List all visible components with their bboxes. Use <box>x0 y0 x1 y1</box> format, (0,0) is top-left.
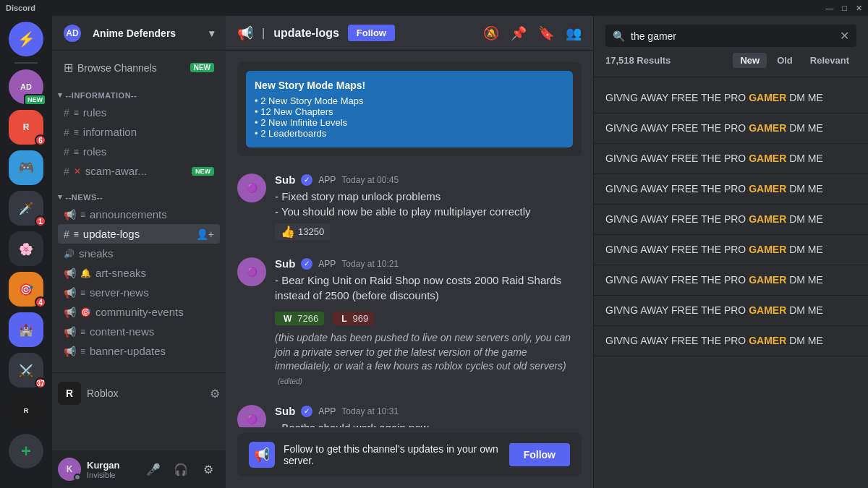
settings-button[interactable]: ⚙ <box>197 458 220 481</box>
bell-slash-icon[interactable]: 🔕 <box>483 25 499 41</box>
channel-update-logs[interactable]: # ≡ update-logs 👤+ <box>58 224 220 244</box>
server-icon-2[interactable]: R 6 <box>9 110 43 145</box>
search-result-item[interactable]: GIVNG AWAY FREE THE PRO GAMER DM ME <box>594 265 868 296</box>
channel-roles[interactable]: # ≡ roles <box>58 142 220 161</box>
message-note: (this update has been pushed to live on … <box>275 331 582 388</box>
add-server-button[interactable]: + <box>9 434 43 468</box>
reactions-row: W 7266 L 969 <box>275 307 582 325</box>
settings-icon[interactable]: ⚙ <box>210 387 220 401</box>
discord-home-button[interactable]: ⚡ <box>9 22 43 56</box>
browse-channels-button[interactable]: ⊞ Browse Channels NEW <box>58 56 220 79</box>
maximize-button[interactable]: □ <box>842 4 847 13</box>
follow-banner-button[interactable]: Follow <box>509 443 570 466</box>
channel-scam-awareness[interactable]: # ✕ scam-awar... NEW <box>58 161 220 181</box>
search-header: 🔍 ✕ 17,518 Results New Old Relevant <box>594 16 868 77</box>
server-icon-1[interactable]: AD NEW <box>9 69 43 104</box>
message-body: - Bear King Unit on Raid Shop now costs … <box>275 273 582 303</box>
channel-item-label: scam-awar... <box>85 165 147 177</box>
roblox-icon: R <box>58 382 81 405</box>
server-icon-roblox[interactable]: R <box>9 393 43 428</box>
bot-tag: APP <box>318 406 336 416</box>
search-result-item[interactable]: GIVNG AWAY FREE THE PRO GAMER DM ME <box>594 174 868 205</box>
channel-sneaks[interactable]: 🔊 sneaks <box>58 244 220 263</box>
server-icon-7[interactable]: 🏰 <box>9 312 43 347</box>
message-header: Sub ✓ APP Today at 00:45 <box>275 174 582 186</box>
channel-list-icon: ≡ <box>74 127 79 137</box>
channel-list-icon: ≡ <box>74 147 79 157</box>
search-result-item[interactable]: GIVNG AWAY FREE THE PRO GAMER DM ME <box>594 296 868 326</box>
user-status: Invisible <box>87 471 136 479</box>
server-icon-8[interactable]: ⚔️ 37 <box>9 353 43 388</box>
search-clear-button[interactable]: ✕ <box>840 29 849 43</box>
message-content: Sub ✓ APP Today at 10:21 - Bear King Uni… <box>275 257 582 388</box>
mute-button[interactable]: 🎤 <box>142 458 165 481</box>
server-divider <box>14 62 38 64</box>
category-label: --INFORMATION-- <box>66 91 137 100</box>
search-result-item[interactable]: GIVNG AWAY FREE THE PRO GAMER DM ME <box>594 144 868 174</box>
channel-list-icon: ≡ <box>80 210 85 220</box>
follow-banner: 📢 Follow to get this channel's updates i… <box>237 433 582 476</box>
reactions-row: 👍 13250 <box>275 219 582 240</box>
channel-rules[interactable]: # ≡ rules <box>58 103 220 122</box>
message-timestamp: Today at 00:45 <box>341 175 399 185</box>
megaphone-icon: 📢 <box>64 346 76 357</box>
server-header[interactable]: AD Anime Defenders ▾ <box>52 16 226 51</box>
filter-new-button[interactable]: New <box>733 53 767 68</box>
message-avatar: 🟣 <box>237 405 266 427</box>
search-result-item[interactable]: GIVNG AWAY FREE THE PRO GAMER DM ME <box>594 114 868 144</box>
channel-server-news[interactable]: 📢 ≡ server-news <box>58 283 220 302</box>
channel-item-label: information <box>83 126 137 138</box>
search-result-item[interactable]: GIVNG AWAY FREE THE PRO GAMER DM ME <box>594 326 868 356</box>
message-timestamp: Today at 10:31 <box>341 406 399 416</box>
user-avatar: K <box>58 458 81 481</box>
highlight-gamer: GAMER <box>749 274 786 286</box>
deafen-button[interactable]: 🎧 <box>169 458 192 481</box>
window-controls[interactable]: — □ ✕ <box>825 4 862 13</box>
hash-icon: # <box>64 107 69 119</box>
channel-item-label: rules <box>83 106 107 119</box>
channel-list: ⊞ Browse Channels NEW ▾ --INFORMATION-- … <box>52 51 226 450</box>
channel-list-icon: ≡ <box>74 229 79 239</box>
pin-icon[interactable]: 📌 <box>511 25 527 41</box>
roblox-item[interactable]: R Roblox ⚙ <box>58 379 220 408</box>
members-icon[interactable]: 👥 <box>566 25 582 41</box>
search-input[interactable] <box>631 30 834 42</box>
thumbsup-reaction[interactable]: 👍 13250 <box>275 223 330 240</box>
bookmark-icon[interactable]: 🔖 <box>538 25 554 41</box>
channel-item-label: announcements <box>90 208 167 221</box>
minimize-button[interactable]: — <box>825 4 833 13</box>
search-result-item[interactable]: GIVNG AWAY FREE THE PRO GAMER DM ME <box>594 83 868 114</box>
search-result-item[interactable]: GIVNG AWAY FREE THE PRO GAMER DM ME <box>594 205 868 235</box>
highlight-gamer: GAMER <box>749 122 786 134</box>
filter-relevant-button[interactable]: Relevant <box>803 53 856 68</box>
megaphone-icon: 📢 <box>64 307 76 318</box>
channel-banner-updates[interactable]: 📢 ≡ banner-updates <box>58 341 220 361</box>
megaphone-icon: 📢 <box>64 326 76 338</box>
server-icon-3[interactable]: 🎮 <box>9 150 43 185</box>
search-result-item[interactable]: GIVNG AWAY FREE THE PRO GAMER DM ME <box>594 235 868 265</box>
channel-content-news[interactable]: 📢 ≡ content-news <box>58 322 220 341</box>
message-group: 🟣 Sub ✓ APP Today at 10:31 - Booths shou… <box>237 399 582 427</box>
pipe-divider: | <box>262 27 265 40</box>
search-results-list: GIVNG AWAY FREE THE PRO GAMER DM ME GIVN… <box>594 77 868 488</box>
w-reaction[interactable]: W 7266 <box>275 312 324 325</box>
follow-channel-button[interactable]: Follow <box>348 25 395 41</box>
filter-old-button[interactable]: Old <box>770 53 800 68</box>
channel-information[interactable]: # ≡ information <box>58 122 220 142</box>
server-icon-5[interactable]: 🌸 <box>9 231 43 266</box>
banner-item-3: 2 New Infinite Levels <box>255 117 564 128</box>
server-icon-6[interactable]: 🎯 4 <box>9 272 43 307</box>
announcement-banner: New Story Mode Maps! 2 New Story Mode Ma… <box>237 62 582 156</box>
channel-art-sneaks[interactable]: 📢 🔔 art-sneaks <box>58 263 220 283</box>
server-icon-4[interactable]: 🗡️ 1 <box>9 191 43 226</box>
message-header: Sub ✓ APP Today at 10:31 <box>275 405 582 417</box>
notification-badge-6: 4 <box>35 296 46 308</box>
user-status-indicator <box>74 474 81 481</box>
message-author: Sub <box>275 257 295 270</box>
channel-community-events[interactable]: 📢 🎯 community-events <box>58 302 220 322</box>
close-button[interactable]: ✕ <box>856 4 862 13</box>
add-member-icon[interactable]: 👤+ <box>196 228 214 240</box>
l-reaction[interactable]: L 969 <box>333 312 374 325</box>
channel-announcements[interactable]: 📢 ≡ announcements <box>58 205 220 224</box>
app-body: ⚡ AD NEW R 6 🎮 🗡️ 1 🌸 🎯 4 🏰 ⚔️ 37 <box>0 16 868 488</box>
